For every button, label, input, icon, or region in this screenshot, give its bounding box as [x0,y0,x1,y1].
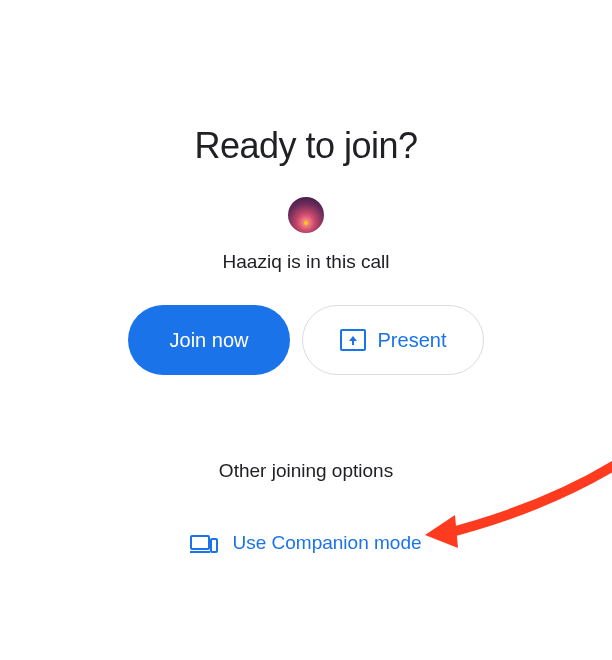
call-status-text: Haaziq is in this call [223,251,390,273]
svg-rect-2 [211,539,217,552]
participant-avatar [288,197,324,233]
present-screen-icon [340,329,366,351]
other-options-heading: Other joining options [219,460,393,482]
action-button-row: Join now Present [128,305,484,375]
svg-rect-0 [191,536,209,549]
companion-mode-link[interactable]: Use Companion mode [190,532,421,554]
companion-mode-label: Use Companion mode [232,532,421,554]
present-label: Present [378,329,447,352]
svg-marker-4 [425,515,458,548]
join-now-button[interactable]: Join now [128,305,290,375]
devices-icon [190,533,218,553]
present-button[interactable]: Present [302,305,484,375]
join-now-label: Join now [170,329,249,352]
annotation-arrow-icon [420,460,612,560]
page-title: Ready to join? [194,125,417,167]
